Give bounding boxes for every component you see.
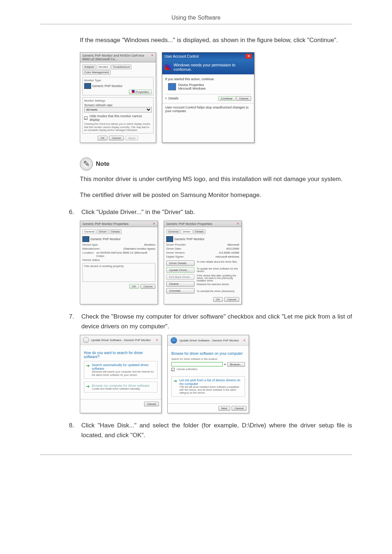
arrow-icon: ➔ bbox=[86, 363, 90, 377]
tab-general[interactable]: General bbox=[166, 229, 180, 234]
update-driver-button[interactable]: Update Driver... bbox=[166, 267, 195, 273]
uac-titlebar: User Account Control ✕ bbox=[162, 53, 254, 60]
dialog-titlebar: Generic PnP Monitor and NVIDIA GeForce 6… bbox=[80, 53, 156, 62]
browse-desc: Locate and install driver software manua… bbox=[92, 387, 150, 390]
step-7-text: Check the "Browse my computer for driver… bbox=[81, 312, 352, 331]
monitor-name: Generic PnP Monitor bbox=[92, 84, 122, 88]
props-driver-dialog: Generic PnP Monitor Properties ✕ General… bbox=[164, 221, 242, 304]
apply-button: Apply bbox=[125, 136, 138, 140]
arrow-icon: ➔ bbox=[173, 378, 177, 395]
search-auto-title: Search automatically for updated driver … bbox=[92, 363, 155, 370]
cancel-button[interactable]: Cancel bbox=[232, 406, 246, 411]
wizard-browse-dialog: ← Update Driver Software - Generic PnP M… bbox=[167, 335, 249, 413]
driver-date-label: Driver Date: bbox=[166, 247, 182, 250]
properties-button[interactable]: Properties bbox=[129, 90, 152, 94]
driver-details-button[interactable]: Driver Details bbox=[166, 260, 195, 266]
hide-modes-desc: Clearing this check box allows you to se… bbox=[84, 123, 152, 132]
dialog-title-text: Generic PnP Monitor and NVIDIA GeForce 6… bbox=[82, 54, 151, 61]
cancel-button[interactable]: Cancel bbox=[236, 96, 251, 101]
tab-details[interactable]: Details bbox=[109, 229, 122, 234]
disable-desc: Disables the selected device. bbox=[197, 283, 239, 290]
hide-modes-label: Hide modes that this monitor cannot disp… bbox=[90, 114, 152, 122]
tab-adapter[interactable]: Adapter bbox=[82, 65, 96, 69]
cancel-button[interactable]: Cancel bbox=[144, 402, 159, 406]
uac-dialog: User Account Control ✕ Windows needs you… bbox=[162, 52, 254, 143]
rollback-desc: If the device fails after updating the d… bbox=[197, 274, 239, 283]
tab-strip: Adapter Monitor Troubleshoot Color Manag… bbox=[82, 65, 154, 75]
step-8-text: Click "Have Disk..." and select the fold… bbox=[81, 420, 352, 440]
details-label[interactable]: Details bbox=[168, 97, 179, 100]
dropdown-icon[interactable]: ▾ bbox=[224, 363, 226, 366]
next-button[interactable]: Next bbox=[219, 406, 230, 411]
tab-driver[interactable]: Driver bbox=[181, 229, 192, 234]
tab-details[interactable]: Details bbox=[193, 229, 205, 234]
uac-started-text: If you started this action, continue. bbox=[165, 77, 251, 81]
location-label: Location: bbox=[82, 251, 94, 258]
continue-button[interactable]: Continue bbox=[218, 96, 236, 101]
driver-details-desc: To view details about the driver files. bbox=[197, 260, 239, 267]
chevron-down-icon[interactable]: ▾ bbox=[165, 97, 167, 100]
refresh-rate-select[interactable]: 60 Hertz bbox=[84, 107, 152, 112]
monitor-icon bbox=[166, 236, 173, 242]
close-icon[interactable]: ✕ bbox=[243, 339, 246, 342]
back-icon[interactable]: ← bbox=[171, 337, 177, 344]
step-7-number: 7. bbox=[69, 312, 78, 331]
note-text-2: The certified driver will be posted on S… bbox=[80, 190, 352, 200]
tab-troubleshoot[interactable]: Troubleshoot bbox=[111, 65, 131, 69]
include-sub-checkbox[interactable] bbox=[171, 368, 175, 371]
let-me-pick-option[interactable]: ➔ Let me pick from a list of device driv… bbox=[171, 376, 245, 397]
screenshot-row-3: Update Driver Software - Generic PnP Mon… bbox=[80, 335, 352, 413]
note-text-1: This monitor driver is under certifying … bbox=[80, 174, 352, 184]
tab-colormgmt[interactable]: Color Management bbox=[82, 70, 111, 75]
tab-general[interactable]: General bbox=[82, 229, 96, 234]
include-sub-label: Include subfolders bbox=[177, 368, 197, 371]
browse-button[interactable]: Browse... bbox=[227, 362, 245, 367]
shield-icon bbox=[132, 90, 135, 93]
close-icon[interactable]: ✕ bbox=[156, 338, 158, 342]
hide-modes-checkbox[interactable] bbox=[84, 116, 87, 120]
device-type-label: Device type: bbox=[82, 243, 98, 246]
uninstall-button[interactable]: Uninstall bbox=[166, 288, 195, 294]
back-icon[interactable] bbox=[83, 337, 89, 343]
cancel-button[interactable]: Cancel bbox=[224, 297, 239, 302]
note-icon: ✎ bbox=[80, 157, 93, 171]
provider-value: Microsoft bbox=[228, 243, 239, 246]
uac-banner-text: Windows needs your permission to contion… bbox=[173, 63, 251, 71]
uac-title-text: User Account Control bbox=[164, 54, 199, 58]
ok-button[interactable]: OK bbox=[213, 297, 223, 302]
refresh-rate-label: Screen refresh rate: bbox=[84, 103, 152, 107]
tab-monitor[interactable]: Monitor bbox=[97, 65, 110, 69]
dialog-titlebar: Generic PnP Monitor Properties ✕ bbox=[80, 221, 158, 227]
step-8: 8. Click "Have Disk..." and select the f… bbox=[69, 420, 352, 440]
arrow-icon: ➔ bbox=[86, 384, 90, 390]
step-6: 6. Click "Update Driver..." in the "Driv… bbox=[69, 207, 352, 217]
rollback-driver-button: Roll Back Driver bbox=[166, 274, 195, 280]
uac-banner: Windows needs your permission to contion… bbox=[162, 60, 254, 74]
intro-text: If the message "Windows needs..." is dis… bbox=[40, 35, 352, 45]
note-label: Note bbox=[96, 160, 110, 168]
close-icon[interactable]: ✕ bbox=[151, 54, 154, 61]
ok-button[interactable]: OK bbox=[98, 136, 108, 140]
step-7: 7. Check the "Browse my computer for dri… bbox=[69, 312, 352, 331]
step-6-text: Click "Update Driver..." in the "Driver"… bbox=[81, 207, 195, 217]
dialog-title-text: Generic PnP Monitor Properties bbox=[166, 222, 212, 226]
monitor-type-label: Monitor Type bbox=[84, 79, 152, 82]
search-auto-option[interactable]: ➔ Search automatically for updated drive… bbox=[84, 361, 158, 379]
close-icon[interactable]: ✕ bbox=[153, 222, 155, 226]
close-icon[interactable]: ✕ bbox=[237, 222, 239, 226]
disable-button[interactable]: Disable bbox=[166, 281, 195, 287]
cancel-button[interactable]: Cancel bbox=[140, 284, 155, 289]
ok-button[interactable]: OK bbox=[129, 284, 139, 289]
note-row: ✎ Note bbox=[80, 157, 352, 171]
device-type-value: Monitors bbox=[144, 243, 155, 246]
dialog-title-text: Generic PnP Monitor Properties bbox=[82, 222, 128, 226]
browse-computer-option[interactable]: ➔ Browse my computer for driver software… bbox=[84, 382, 158, 393]
close-icon[interactable]: ✕ bbox=[245, 54, 252, 59]
monitor-type-group: Monitor Type Generic PnP Monitor Propert… bbox=[82, 77, 154, 95]
cancel-button[interactable]: Cancel bbox=[109, 136, 124, 140]
screenshot-row-2: Generic PnP Monitor Properties ✕ General… bbox=[80, 221, 352, 304]
path-input[interactable] bbox=[171, 362, 223, 366]
tab-driver[interactable]: Driver bbox=[97, 229, 108, 234]
step-6-number: 6. bbox=[69, 207, 78, 217]
dialog-body: Adapter Monitor Troubleshoot Color Manag… bbox=[80, 62, 156, 143]
